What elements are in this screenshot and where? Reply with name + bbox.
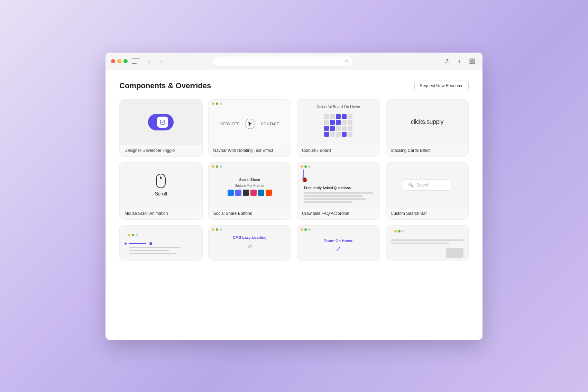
social-subtitle-text: Buttons For Framer	[235, 184, 265, 188]
browser-chrome: ‹ › ↻ +	[105, 53, 483, 70]
card-zoom-hover[interactable]: Zoom On Hover ⤢	[297, 225, 380, 261]
card-colourful-board[interactable]: Colourful Board On Hover	[297, 99, 380, 157]
sidebar-icon	[132, 58, 140, 64]
card-faq-accordion[interactable]: 🐞 Frequently Asked Questions Crawlable F…	[297, 162, 380, 220]
navbar-dots	[209, 100, 226, 108]
card-label-toggle: Designer-Developer Toggle	[120, 145, 202, 156]
page-header: Components & Overrides Request New Resou…	[119, 81, 469, 91]
faq-line-1	[304, 192, 373, 194]
card-preview-cms: CMS Lazy Loading ✳	[209, 226, 291, 260]
social-btn-discord	[235, 190, 241, 196]
dot-grey-3	[308, 165, 311, 168]
sidebar-toggle[interactable]	[132, 56, 141, 66]
list-dot-row-1	[125, 242, 152, 245]
card-social-share[interactable]: Social Share Buttons For Framer Social S…	[208, 162, 292, 220]
card-designer-developer-toggle[interactable]: Designer-Developer Toggle	[119, 99, 203, 157]
dot-yellow-4	[128, 234, 130, 236]
dot-green-6	[304, 228, 307, 231]
share-icon[interactable]	[442, 56, 452, 66]
dot-grey-4	[136, 234, 138, 236]
card-mouse-scroll[interactable]: Scroll Mouse Scroll Animation	[119, 162, 203, 220]
forward-button[interactable]: ›	[157, 56, 166, 66]
card-cms-lazy[interactable]: CMS Lazy Loading ✳	[208, 225, 292, 261]
card-custom-search[interactable]: 🔍 Search Custom Search Bar	[386, 162, 469, 220]
address-bar[interactable]: ↻	[214, 56, 352, 66]
social-dots	[209, 163, 226, 171]
card-preview-navbar: SERVICES CONTACT	[209, 100, 291, 145]
browser-actions: +	[442, 56, 477, 66]
toggle-icon-box	[157, 117, 168, 128]
dot-grey	[220, 102, 222, 105]
colourful-hover-title: Colourful Board On Hover	[316, 104, 360, 109]
social-btn-twitter	[243, 190, 249, 196]
card-preview-partial4	[386, 226, 469, 260]
card-preview-list	[120, 226, 202, 260]
cms-dots	[209, 226, 226, 234]
list-dot-indicator	[149, 242, 152, 245]
cards-grid: Designer-Developer Toggle SERVICES	[119, 99, 469, 261]
card-label-faq: Crawlable FAQ Accordion	[297, 208, 380, 219]
dot-green-4	[132, 234, 134, 236]
mouse-wheel	[160, 176, 162, 179]
grid-icon[interactable]	[467, 56, 477, 66]
list-subline-1	[129, 247, 180, 248]
card-stacking-cards[interactable]: clicks.supply Stacking Cards Effect	[386, 99, 469, 157]
dot-grey-5	[220, 228, 222, 231]
card-partial-four[interactable]	[386, 225, 469, 261]
dot-grey-2	[220, 165, 222, 168]
page-title: Components & Overrides	[119, 81, 211, 90]
url-input[interactable]	[218, 59, 345, 64]
social-btn-instagram	[250, 190, 257, 196]
dot-green-2	[216, 165, 218, 168]
zoom-title-label: Zoom On Hover	[324, 239, 353, 243]
card-preview-faq: 🐞 Frequently Asked Questions	[297, 163, 380, 208]
svg-rect-1	[472, 59, 475, 61]
minimize-button[interactable]	[117, 59, 121, 63]
card-label-scroll: Mouse Scroll Animation	[120, 208, 202, 219]
faq-lines	[304, 192, 373, 203]
card-label-colourful: Colourful Board	[297, 145, 380, 156]
nav-text-contact: CONTACT	[261, 122, 279, 126]
mouse-icon	[156, 174, 166, 188]
svg-rect-2	[470, 62, 472, 64]
card-preview-stacking: clicks.supply	[386, 100, 469, 145]
request-new-resource-button[interactable]: Request New Resource	[414, 81, 469, 91]
dot-green-3	[304, 165, 307, 168]
card-label-social: Social Share Buttons	[209, 208, 291, 219]
card-preview-scroll: Scroll	[120, 163, 202, 208]
cms-title-label: CMS Lazy Loading	[233, 235, 267, 239]
dot-green-5	[216, 228, 218, 231]
svg-rect-0	[470, 59, 472, 61]
card-preview-toggle	[120, 100, 202, 145]
list-line-1	[129, 243, 146, 244]
dot-yellow-2	[212, 165, 214, 168]
scroll-text: Scroll	[155, 191, 167, 197]
faq-dots	[297, 163, 314, 171]
card-label-stacking: Stacking Cards Effect	[386, 145, 469, 156]
faq-line-4	[304, 201, 352, 203]
close-button[interactable]	[111, 59, 115, 63]
dot-yellow	[212, 102, 214, 105]
search-placeholder-text: Search	[416, 183, 430, 188]
card-navbar-rotating[interactable]: SERVICES CONTACT Navbar With Rotating Te…	[208, 99, 292, 157]
list-subline-2	[129, 250, 169, 251]
social-buttons-row	[228, 190, 272, 196]
back-button[interactable]: ‹	[144, 56, 154, 66]
card-label-navbar: Navbar With Rotating Text Effect	[209, 145, 291, 156]
dot-green	[216, 102, 218, 105]
dot-grey-7	[402, 230, 404, 233]
maximize-button[interactable]	[123, 59, 128, 63]
card-list-partial[interactable]	[119, 225, 203, 261]
new-tab-icon[interactable]: +	[455, 56, 465, 66]
card-preview-colourful: Colourful Board On Hover	[297, 100, 380, 145]
dot-yellow-3	[301, 165, 303, 168]
colourful-grid	[324, 114, 352, 137]
reload-icon[interactable]: ↻	[345, 59, 348, 64]
faq-line-3	[304, 198, 366, 200]
cms-loader-icon: ✳	[247, 242, 253, 251]
zoom-expand-icon: ⤢	[336, 245, 341, 253]
list-subline-3	[129, 253, 177, 254]
browser-nav: ‹ ›	[132, 56, 166, 66]
p4-line-2	[391, 243, 449, 244]
social-btn-facebook	[228, 190, 234, 196]
